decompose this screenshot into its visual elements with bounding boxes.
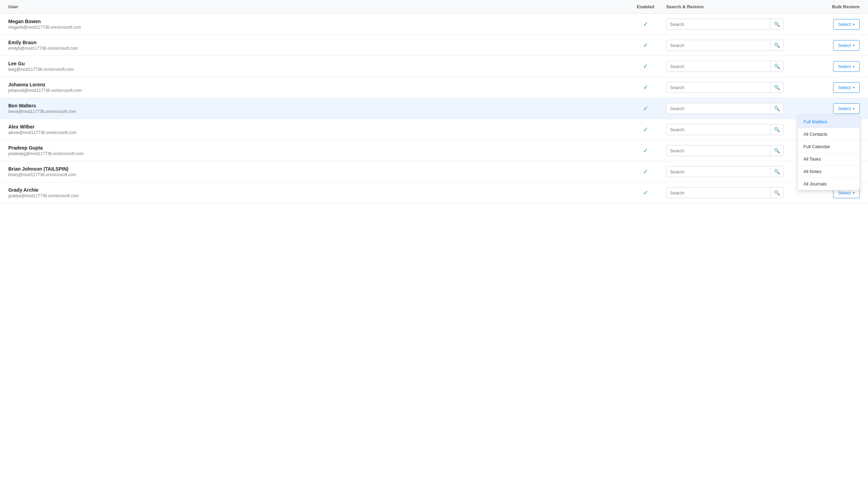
search-icon: 🔍 bbox=[774, 169, 780, 174]
select-button[interactable]: Select▾ bbox=[833, 40, 860, 51]
search-input[interactable] bbox=[667, 19, 770, 29]
search-input[interactable] bbox=[667, 188, 770, 198]
search-cell: 🔍 bbox=[666, 103, 784, 114]
search-input[interactable] bbox=[667, 167, 770, 177]
user-email: benw@mod117736.onmicrosoft.com bbox=[8, 109, 625, 114]
caret-icon: ▾ bbox=[853, 44, 855, 47]
select-label: Select bbox=[838, 22, 851, 27]
enabled-cell: ✓ bbox=[625, 105, 666, 112]
user-cell: Ben Waltersbenw@mod117736.onmicrosoft.co… bbox=[8, 103, 625, 114]
col-user: User bbox=[8, 4, 625, 9]
dropdown-item[interactable]: Full Calendar bbox=[798, 141, 859, 153]
dropdown-item[interactable]: All Notes bbox=[798, 165, 859, 178]
check-icon: ✓ bbox=[643, 147, 648, 154]
bulk-restore-cell: Select▾ bbox=[784, 19, 860, 30]
table-header: User Enabled Search & Restore Bulk Resto… bbox=[0, 0, 868, 14]
search-input-wrapper: 🔍 bbox=[666, 82, 784, 93]
enabled-cell: ✓ bbox=[625, 168, 666, 175]
search-icon-button[interactable]: 🔍 bbox=[770, 124, 783, 135]
search-input-wrapper: 🔍 bbox=[666, 145, 784, 156]
search-input[interactable] bbox=[667, 104, 770, 114]
search-icon-button[interactable]: 🔍 bbox=[770, 166, 783, 177]
table-row: Alex Wilberalexw@mod117736.onmicrosoft.c… bbox=[0, 119, 868, 140]
enabled-cell: ✓ bbox=[625, 84, 666, 91]
user-cell: Pradeep Guptapradeepg@mod117736.onmicros… bbox=[8, 145, 625, 156]
select-button[interactable]: Select▾ bbox=[833, 61, 860, 72]
user-name: Johanna Lorenz bbox=[8, 82, 625, 87]
user-name: Pradeep Gupta bbox=[8, 145, 625, 151]
table-row: Megan Bowenmeganb@mod117736.onmicrosoft.… bbox=[0, 14, 868, 35]
bulk-restore-cell: Select▾ bbox=[784, 61, 860, 72]
check-icon: ✓ bbox=[643, 189, 648, 197]
search-icon: 🔍 bbox=[774, 21, 780, 27]
search-input[interactable] bbox=[667, 125, 770, 135]
user-name: Ben Walters bbox=[8, 103, 625, 108]
enabled-cell: ✓ bbox=[625, 20, 666, 28]
search-icon-button[interactable]: 🔍 bbox=[770, 103, 783, 114]
select-label: Select bbox=[838, 85, 851, 90]
search-input[interactable] bbox=[667, 146, 770, 156]
col-bulk-restore: Bulk Restore bbox=[784, 4, 860, 9]
check-icon: ✓ bbox=[643, 126, 648, 133]
dropdown-menu: Full MailboxAll ContactsFull CalendarAll… bbox=[798, 115, 860, 190]
search-input-wrapper: 🔍 bbox=[666, 166, 784, 177]
col-enabled: Enabled bbox=[625, 4, 666, 9]
user-email: emilyb@mod117736.onmicrosoft.com bbox=[8, 46, 625, 51]
search-icon: 🔍 bbox=[774, 127, 780, 132]
select-label: Select bbox=[838, 64, 851, 69]
search-cell: 🔍 bbox=[666, 19, 784, 30]
check-icon: ✓ bbox=[643, 63, 648, 70]
user-email: meganb@mod117736.onmicrosoft.com bbox=[8, 25, 625, 30]
caret-icon: ▾ bbox=[853, 191, 855, 195]
enabled-cell: ✓ bbox=[625, 147, 666, 154]
select-button[interactable]: Select▾ bbox=[833, 103, 860, 114]
table-row: Brian Johnson (TAILSPIN)brianj@mod117736… bbox=[0, 161, 868, 182]
table-row: Ben Waltersbenw@mod117736.onmicrosoft.co… bbox=[0, 98, 868, 119]
user-name: Lee Gu bbox=[8, 61, 625, 66]
user-email: brianj@mod117736.onmicrosoft.com bbox=[8, 172, 625, 177]
search-icon-button[interactable]: 🔍 bbox=[770, 145, 783, 156]
enabled-cell: ✓ bbox=[625, 126, 666, 133]
check-icon: ✓ bbox=[643, 84, 648, 91]
user-name: Megan Bowen bbox=[8, 19, 625, 24]
col-search-restore: Search & Restore bbox=[666, 4, 784, 9]
table-row: Pradeep Guptapradeepg@mod117736.onmicros… bbox=[0, 140, 868, 161]
search-icon-button[interactable]: 🔍 bbox=[770, 61, 783, 71]
check-icon: ✓ bbox=[643, 41, 648, 49]
table-row: Grady Archiegradya@mod117736.onmicrosoft… bbox=[0, 182, 868, 203]
search-input-wrapper: 🔍 bbox=[666, 103, 784, 114]
caret-icon: ▾ bbox=[853, 107, 855, 111]
enabled-cell: ✓ bbox=[625, 41, 666, 49]
search-input[interactable] bbox=[667, 61, 770, 71]
search-input-wrapper: 🔍 bbox=[666, 61, 784, 72]
user-email: gradya@mod117736.onmicrosoft.com bbox=[8, 193, 625, 198]
search-input[interactable] bbox=[667, 40, 770, 50]
dropdown-item[interactable]: Full Mailbox bbox=[798, 116, 859, 128]
bulk-restore-cell: Select▾ bbox=[784, 82, 860, 93]
user-email: alexw@mod117736.onmicrosoft.com bbox=[8, 130, 625, 135]
enabled-cell: ✓ bbox=[625, 63, 666, 70]
caret-icon: ▾ bbox=[853, 65, 855, 68]
check-icon: ✓ bbox=[643, 168, 648, 175]
search-input[interactable] bbox=[667, 83, 770, 93]
dropdown-item[interactable]: All Tasks bbox=[798, 153, 859, 165]
search-icon-button[interactable]: 🔍 bbox=[770, 40, 783, 50]
bulk-restore-cell: Select▾ bbox=[784, 40, 860, 51]
user-name: Brian Johnson (TAILSPIN) bbox=[8, 166, 625, 172]
user-cell: Alex Wilberalexw@mod117736.onmicrosoft.c… bbox=[8, 124, 625, 135]
search-input-wrapper: 🔍 bbox=[666, 187, 784, 198]
search-icon-button[interactable]: 🔍 bbox=[770, 82, 783, 93]
search-icon: 🔍 bbox=[774, 42, 780, 48]
table-row: Johanna Lorenzjohannal@mod117736.onmicro… bbox=[0, 77, 868, 98]
search-icon-button[interactable]: 🔍 bbox=[770, 188, 783, 198]
select-button[interactable]: Select▾ bbox=[833, 82, 860, 93]
dropdown-item[interactable]: All Contacts bbox=[798, 128, 859, 141]
search-input-wrapper: 🔍 bbox=[666, 40, 784, 51]
table-row: Emily Braunemilyb@mod117736.onmicrosoft.… bbox=[0, 35, 868, 56]
search-input-wrapper: 🔍 bbox=[666, 19, 784, 30]
dropdown-item[interactable]: All Journals bbox=[798, 178, 859, 190]
search-icon-button[interactable]: 🔍 bbox=[770, 19, 783, 29]
user-cell: Grady Archiegradya@mod117736.onmicrosoft… bbox=[8, 187, 625, 198]
select-button[interactable]: Select▾ bbox=[833, 19, 860, 30]
check-icon: ✓ bbox=[643, 20, 648, 28]
